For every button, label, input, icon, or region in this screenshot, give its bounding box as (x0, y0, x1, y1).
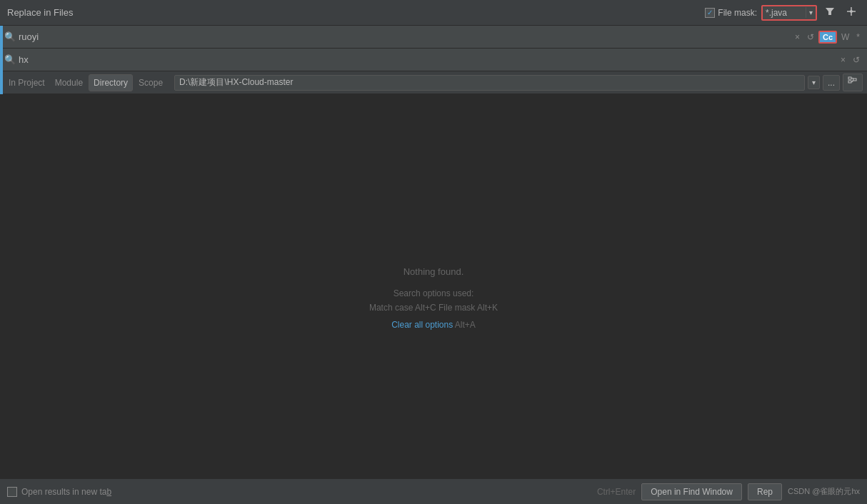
pin-icon (846, 6, 856, 16)
scope-tab-module[interactable]: Module (51, 75, 87, 91)
scope-tab-directory[interactable]: Directory (89, 74, 133, 91)
ctrl-enter-shortcut: Ctrl+Enter (597, 487, 636, 497)
file-mask-text: File mask: (718, 8, 757, 18)
regex-button[interactable]: * (853, 31, 863, 44)
file-mask-dropdown-button[interactable]: ▾ (806, 7, 816, 18)
clear-all-shortcut: Alt+A (455, 320, 476, 330)
nothing-found-text: Nothing found. (404, 266, 464, 277)
scope-tree-button[interactable] (843, 74, 863, 91)
title-bar: Replace in Files File mask: ▾ (0, 0, 867, 26)
file-mask-option: File mask (438, 303, 475, 313)
clear-all-options: Clear all options Alt+A (391, 320, 476, 330)
find-search-actions: × ↺ Cc W * (792, 31, 863, 44)
replace-button[interactable]: Rep (748, 483, 782, 500)
scope-tab-in-project[interactable]: In Project (4, 75, 49, 91)
replace-search-icon: 🔍 (4, 54, 16, 65)
scope-browse-button[interactable]: ... (823, 75, 840, 91)
search-options-detail: Match case Alt+C File mask Alt+K (369, 303, 498, 313)
file-mask-input-wrapper: ▾ (761, 5, 817, 21)
file-mask-label: File mask: (705, 8, 757, 18)
open-in-new-tab-label: Open results in new tab (21, 487, 111, 497)
filter-button[interactable] (821, 5, 838, 20)
scope-path-dropdown-button[interactable]: ▾ (808, 76, 820, 89)
replace-undo-button[interactable]: ↺ (850, 54, 863, 66)
open-in-find-window-button[interactable]: Open in Find Window (641, 483, 742, 500)
bottom-bar: Open results in new tab Ctrl+Enter Open … (0, 478, 867, 504)
clear-all-link[interactable]: Clear all options (391, 320, 453, 330)
filter-icon (825, 6, 835, 16)
title-bar-left: Replace in Files (7, 7, 74, 18)
file-mask-checkbox[interactable] (705, 8, 715, 18)
find-search-input[interactable] (19, 31, 792, 42)
replace-search-actions: × ↺ (838, 54, 863, 66)
pin-button[interactable] (843, 5, 860, 20)
find-clear-button[interactable]: × (792, 31, 803, 44)
scope-path-input[interactable] (174, 75, 805, 91)
bottom-right: Ctrl+Enter Open in Find Window Rep CSDN … (597, 483, 860, 500)
whole-word-button[interactable]: W (838, 31, 852, 44)
search-options-label: Search options used: (394, 288, 474, 298)
scope-path-wrapper: ▾ ... (174, 74, 863, 91)
window-title: Replace in Files (7, 7, 74, 18)
file-mask-input[interactable] (763, 6, 806, 19)
scope-tab-scope[interactable]: Scope (134, 75, 167, 91)
scope-bar: In Project Module Directory Scope ▾ ... (0, 71, 867, 94)
open-in-new-tab-checkbox[interactable] (7, 487, 17, 497)
main-content: Nothing found. Search options used: Matc… (0, 94, 867, 501)
find-search-icon: 🔍 (4, 31, 16, 42)
svg-marker-0 (826, 8, 834, 15)
tree-icon (848, 76, 858, 86)
replace-clear-button[interactable]: × (838, 54, 848, 66)
match-case-shortcut: Alt+C (415, 303, 438, 313)
svg-rect-6 (853, 79, 856, 81)
replace-search-row: 🔍 × ↺ (0, 49, 867, 71)
svg-rect-4 (848, 77, 851, 79)
replace-search-input[interactable] (19, 54, 838, 65)
svg-rect-5 (848, 81, 851, 83)
bottom-left: Open results in new tab (7, 487, 111, 497)
watermark-text: CSDN @雀眼的元hx (788, 486, 860, 497)
match-case-option: Match case (369, 303, 413, 313)
svg-point-3 (850, 10, 853, 13)
title-bar-right: File mask: ▾ (705, 5, 860, 21)
find-undo-button[interactable]: ↺ (804, 31, 817, 44)
match-case-button[interactable]: Cc (818, 31, 837, 44)
find-search-row: 🔍 × ↺ Cc W * (0, 26, 867, 49)
file-mask-shortcut: Alt+K (477, 303, 498, 313)
